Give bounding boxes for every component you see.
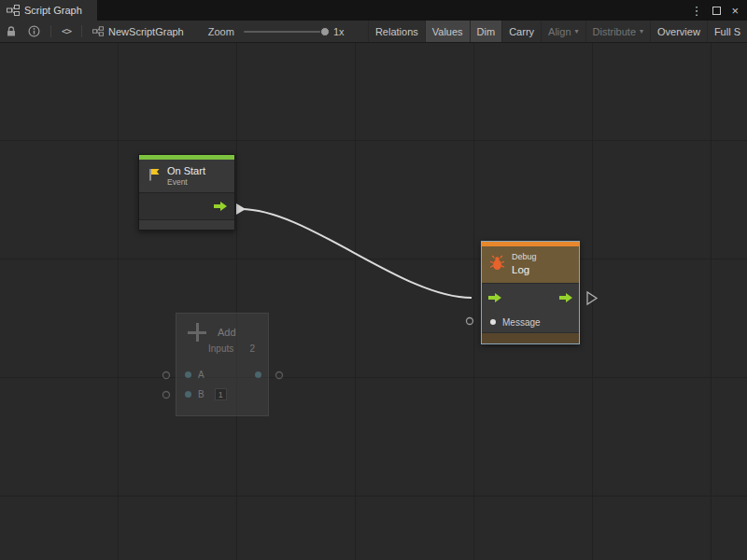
lock-icon[interactable] (6, 25, 17, 37)
wire-start-arrow (236, 203, 246, 215)
on-start-body (139, 192, 234, 230)
input-b-value-field[interactable]: 1 (215, 388, 227, 400)
info-icon[interactable] (28, 25, 40, 37)
node-category: Debug (512, 252, 537, 263)
zoom-slider-knob[interactable] (320, 27, 330, 36)
dim-button[interactable]: Dim (470, 21, 502, 42)
align-label: Align (548, 26, 571, 37)
values-button[interactable]: Values (425, 21, 470, 42)
add-node-preview[interactable]: Add Inputs 2 A B 1 (176, 313, 269, 416)
input-b-label: B (198, 389, 204, 399)
on-start-header: On Start Event (139, 160, 234, 192)
graph-asset-icon (92, 26, 104, 36)
align-dropdown[interactable]: Align ▾ (541, 21, 585, 42)
script-graph-window: Script Graph ⋮ × <> (0, 0, 747, 560)
add-icon (188, 323, 206, 342)
overview-button[interactable]: Overview (650, 21, 707, 42)
graph-toolbar: <> NewScriptGraph Zoom 1x Relations Valu… (0, 21, 747, 43)
chevron-down-icon: ▾ (575, 27, 579, 35)
message-port-dot[interactable] (490, 319, 496, 325)
ghost-output-outer-ring[interactable] (276, 372, 283, 379)
menu-icon[interactable]: ⋮ (690, 5, 702, 17)
flow-wire[interactable] (241, 209, 472, 298)
distribute-label: Distribute (593, 26, 636, 37)
debug-log-body: Message (482, 283, 579, 343)
zoom-label: Zoom (208, 26, 234, 37)
zoom-value: 1x (333, 26, 345, 37)
bug-icon (489, 255, 505, 274)
input-a-row: A (176, 365, 268, 385)
flow-output-port[interactable] (559, 289, 572, 306)
debug-output-flow-stub[interactable] (587, 292, 597, 304)
chevron-down-icon: ▾ (640, 27, 643, 35)
debug-log-footer (482, 332, 579, 343)
on-start-flow-row (139, 193, 234, 219)
input-b-row: B 1 (176, 385, 268, 404)
code-view-icon[interactable]: <> (62, 26, 71, 36)
message-port-outer-ring[interactable] (467, 318, 473, 325)
node-title: Add (218, 327, 236, 338)
node-title: On Start (167, 164, 205, 177)
script-graph-icon (7, 5, 20, 16)
debug-log-node[interactable]: Debug Log (481, 241, 580, 344)
window-controls: ⋮ × (690, 0, 747, 21)
input-a-port-dot[interactable] (185, 371, 191, 378)
graph-canvas[interactable]: On Start Event (0, 43, 747, 560)
message-port-row: Message (482, 312, 579, 332)
tab-script-graph[interactable]: Script Graph (0, 0, 97, 21)
flag-icon (147, 167, 162, 186)
node-subtitle: Event (167, 177, 205, 188)
inputs-label: Inputs (208, 343, 233, 354)
zoom-slider[interactable] (244, 31, 326, 33)
toolbar-separator (81, 25, 82, 37)
message-port-label: Message (502, 317, 541, 328)
sum-output-port-dot[interactable] (255, 371, 261, 378)
debug-titles: Debug Log (512, 252, 537, 277)
add-node-ports: A B 1 (176, 365, 268, 404)
carry-button[interactable]: Carry (501, 21, 541, 42)
toolbar-separator (50, 25, 51, 37)
fullscreen-button[interactable]: Full S (707, 21, 747, 42)
flow-input-port[interactable] (488, 289, 501, 306)
flow-output-port[interactable] (214, 198, 227, 215)
maximize-icon[interactable] (712, 7, 721, 15)
debug-flow-row (482, 284, 579, 312)
input-b-port-dot[interactable] (185, 391, 191, 398)
add-node-title-row: Add (176, 314, 268, 342)
input-a-label: A (198, 370, 204, 380)
toolbar-buttons: Relations Values Dim Carry Align ▾ Distr… (368, 21, 747, 42)
on-start-footer (139, 219, 234, 230)
tab-title: Script Graph (24, 5, 82, 16)
distribute-dropdown[interactable]: Distribute ▾ (585, 21, 650, 42)
close-icon[interactable]: × (731, 5, 739, 17)
node-title: Log (512, 263, 537, 277)
titlebar: Script Graph ⋮ × (0, 0, 747, 21)
debug-log-header: Debug Log (482, 246, 579, 283)
on-start-node[interactable]: On Start Event (138, 154, 235, 231)
relations-button[interactable]: Relations (368, 21, 425, 42)
inputs-count-value[interactable]: 2 (249, 343, 255, 354)
inputs-count-row: Inputs 2 (176, 342, 268, 354)
ghost-input-b-outer-ring[interactable] (163, 392, 170, 399)
graph-name-breadcrumb[interactable]: NewScriptGraph (108, 26, 184, 37)
wire-layer (0, 43, 747, 560)
ghost-input-a-outer-ring[interactable] (163, 372, 170, 379)
on-start-titles: On Start Event (167, 164, 205, 188)
